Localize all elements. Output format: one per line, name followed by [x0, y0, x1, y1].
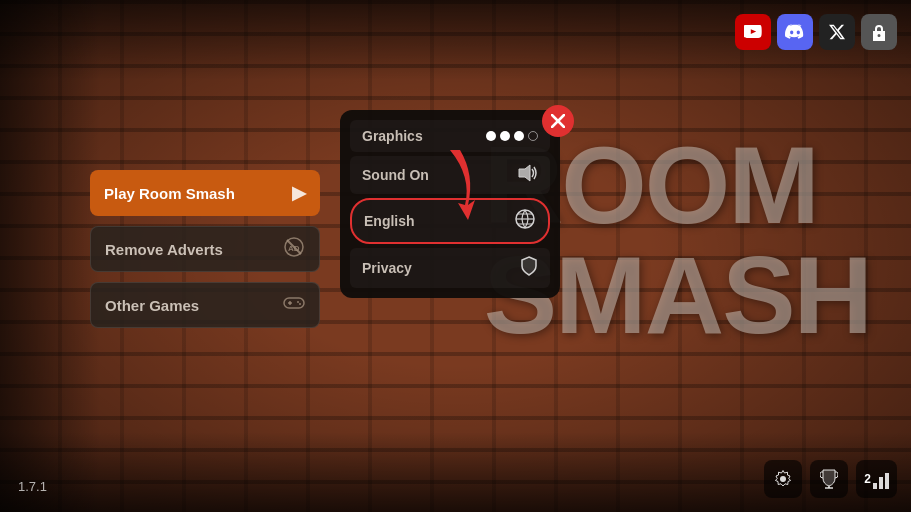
dot-2: [500, 131, 510, 141]
svg-point-7: [299, 303, 301, 305]
ads-icon: AD: [283, 236, 305, 263]
sound-icon: [518, 164, 538, 186]
score-number: 2: [864, 472, 871, 486]
dot-1: [486, 131, 496, 141]
gamepad-icon: [283, 295, 305, 316]
remove-adverts-label: Remove Adverts: [105, 241, 223, 258]
play-icon: ▶: [292, 182, 306, 204]
other-games-label: Other Games: [105, 297, 199, 314]
english-label: English: [364, 213, 415, 229]
svg-point-15: [780, 476, 786, 482]
sound-row[interactable]: Sound On: [350, 156, 550, 194]
twitter-button[interactable]: [819, 14, 855, 50]
version-label: 1.7.1: [18, 479, 47, 494]
svg-point-6: [297, 301, 299, 303]
dot-4: [528, 131, 538, 141]
play-label: Play Room Smash: [104, 185, 235, 202]
remove-adverts-button[interactable]: Remove Adverts AD: [90, 226, 320, 272]
lock-button[interactable]: [861, 14, 897, 50]
sound-label: Sound On: [362, 167, 429, 183]
svg-rect-20: [885, 473, 889, 489]
other-games-button[interactable]: Other Games: [90, 282, 320, 328]
privacy-icon: [520, 256, 538, 280]
bottom-bar: 2: [764, 460, 897, 498]
graphics-dots: [486, 131, 538, 141]
youtube-button[interactable]: [735, 14, 771, 50]
svg-rect-18: [873, 483, 877, 489]
trophy-button[interactable]: [810, 460, 848, 498]
graphics-label: Graphics: [362, 128, 423, 144]
dot-3: [514, 131, 524, 141]
close-button[interactable]: [542, 105, 574, 137]
svg-marker-8: [519, 165, 530, 181]
discord-button[interactable]: [777, 14, 813, 50]
social-bar: [735, 14, 897, 50]
privacy-row[interactable]: Privacy: [350, 248, 550, 288]
score-badge[interactable]: 2: [856, 460, 897, 498]
settings-button[interactable]: [764, 460, 802, 498]
graphics-row[interactable]: Graphics: [350, 120, 550, 152]
language-icon: [514, 208, 536, 234]
settings-popup: Graphics Sound On English: [340, 110, 560, 298]
svg-rect-19: [879, 477, 883, 489]
svg-rect-3: [284, 298, 304, 308]
svg-text:AD: AD: [288, 244, 300, 253]
left-menu: Play Room Smash ▶ Remove Adverts AD Othe…: [90, 170, 320, 328]
privacy-label: Privacy: [362, 260, 412, 276]
left-shadow: [0, 0, 100, 512]
english-row[interactable]: English: [350, 198, 550, 244]
play-button[interactable]: Play Room Smash ▶: [90, 170, 320, 216]
